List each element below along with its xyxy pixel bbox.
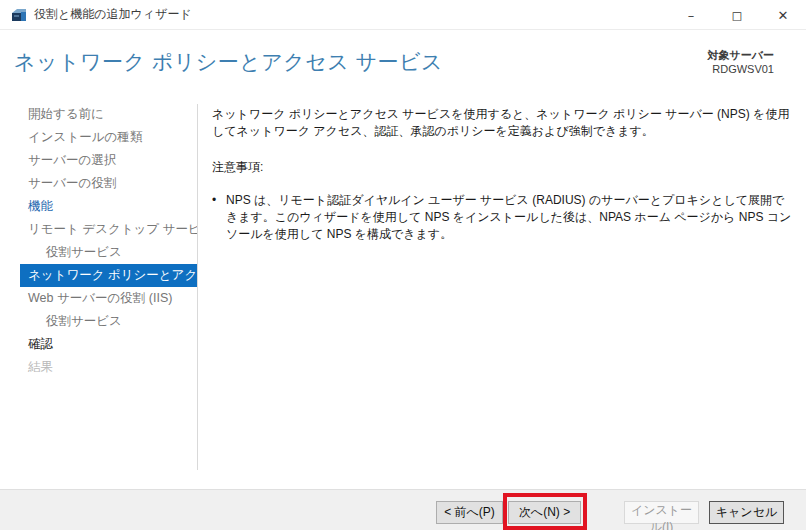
- wizard-window: 役割と機能の追加ウィザード – ◻ ✕ ネットワーク ポリシーとアクセス サービ…: [0, 0, 806, 530]
- page-header: ネットワーク ポリシーとアクセス サービス 対象サーバー RDGWSV01: [0, 31, 806, 103]
- previous-button[interactable]: < 前へ(P): [436, 501, 503, 524]
- wizard-steps-list: 開始する前に インストールの種類 サーバーの選択 サーバーの役割 機能 リモート…: [0, 103, 197, 379]
- target-server-label: 対象サーバー: [707, 48, 774, 62]
- wizard-steps-sidebar: 開始する前に インストールの種類 サーバーの選択 サーバーの役割 機能 リモート…: [0, 103, 197, 379]
- maximize-button[interactable]: ◻: [714, 0, 760, 30]
- note-heading: 注意事項:: [212, 159, 792, 176]
- caption-buttons: – ◻ ✕: [668, 0, 806, 30]
- step-confirmation[interactable]: 確認: [0, 333, 197, 356]
- page-title: ネットワーク ポリシーとアクセス サービス: [14, 48, 443, 76]
- window-title: 役割と機能の追加ウィザード: [34, 6, 192, 23]
- next-button[interactable]: 次へ(N) >: [508, 501, 581, 524]
- step-server-roles[interactable]: サーバーの役割: [0, 172, 197, 195]
- step-features[interactable]: 機能: [0, 195, 197, 218]
- step-before-you-begin[interactable]: 開始する前に: [0, 103, 197, 126]
- page-content: ネットワーク ポリシーとアクセス サービスを使用すると、ネットワーク ポリシー …: [212, 106, 792, 243]
- cancel-button[interactable]: キャンセル: [709, 501, 784, 524]
- minimize-icon: –: [688, 8, 695, 23]
- note-bullet-text: NPS は、リモート認証ダイヤルイン ユーザー サービス (RADIUS) のサ…: [226, 192, 792, 243]
- bullet-icon: •: [212, 192, 226, 243]
- step-results: 結果: [0, 356, 197, 379]
- title-bar: 役割と機能の追加ウィザード – ◻ ✕: [0, 0, 806, 30]
- step-web-server-role-iis[interactable]: Web サーバーの役割 (IIS): [0, 287, 197, 310]
- close-icon: ✕: [778, 8, 789, 23]
- target-server-name: RDGWSV01: [707, 62, 774, 76]
- step-remote-desktop-services[interactable]: リモート デスクトップ サービス: [0, 218, 197, 241]
- pane-divider: [197, 104, 198, 470]
- step-rds-role-services[interactable]: 役割サービス: [0, 241, 197, 264]
- app-icon: [11, 7, 27, 23]
- install-button: インストール(I): [624, 501, 699, 524]
- intro-paragraph: ネットワーク ポリシーとアクセス サービスを使用すると、ネットワーク ポリシー …: [212, 106, 792, 140]
- step-installation-type[interactable]: インストールの種類: [0, 126, 197, 149]
- maximize-icon: ◻: [732, 8, 743, 23]
- minimize-button[interactable]: –: [668, 0, 714, 30]
- step-server-selection[interactable]: サーバーの選択: [0, 149, 197, 172]
- target-server: 対象サーバー RDGWSV01: [707, 48, 774, 76]
- step-iis-role-services[interactable]: 役割サービス: [0, 310, 197, 333]
- note-bullet-item: • NPS は、リモート認証ダイヤルイン ユーザー サービス (RADIUS) …: [212, 192, 792, 243]
- close-button[interactable]: ✕: [760, 0, 806, 30]
- step-network-policy-access-selected[interactable]: ネットワーク ポリシーとアクセ...: [20, 264, 197, 287]
